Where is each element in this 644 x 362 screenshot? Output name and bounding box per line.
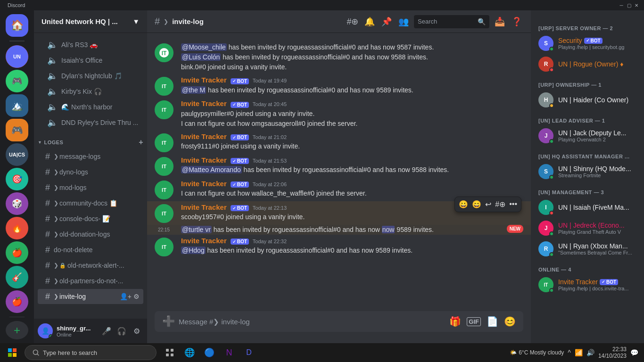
- message-timestamp: Today at 22:13: [253, 205, 287, 211]
- member-item-rogue[interactable]: R UN | Rogue (Owner) ♦: [535, 54, 640, 74]
- taskbar-app-discord[interactable]: D: [239, 344, 258, 361]
- server-icon-10[interactable]: 🎸: [6, 266, 28, 288]
- channel-item-message-logs[interactable]: # ❯ message-logs: [38, 149, 143, 164]
- channel-item-donation-logs[interactable]: # ❯ old-donation-logs: [38, 227, 143, 242]
- taskbar-search-bar[interactable]: Type here to search: [25, 345, 157, 360]
- server-icon-6[interactable]: 🎯: [6, 168, 28, 190]
- message-author[interactable]: Invite Tracker: [181, 132, 227, 140]
- notifications-icon[interactable]: 💬: [630, 349, 638, 356]
- message-author[interactable]: Invite Tracker: [181, 99, 227, 107]
- message-author[interactable]: Invite Tracker: [181, 203, 227, 211]
- notifications-button[interactable]: 🔔: [363, 15, 376, 28]
- add-server-button[interactable]: +: [6, 321, 28, 339]
- svg-line-7: [37, 354, 39, 356]
- emoji-button[interactable]: 😊: [504, 316, 516, 327]
- start-button[interactable]: [2, 344, 23, 361]
- server-icon-11[interactable]: 🍎: [6, 290, 28, 313]
- server-icon-2[interactable]: 🎮: [6, 70, 28, 92]
- server-icon-gaming[interactable]: 🎮: [6, 119, 28, 141]
- channel-item-isaiah[interactable]: 🔈 Isaiah's Office: [38, 53, 143, 68]
- systray-chevron[interactable]: ^: [568, 349, 571, 356]
- network-icon[interactable]: 📶: [575, 349, 583, 356]
- sticker-button[interactable]: 📄: [487, 316, 498, 327]
- message-author[interactable]: Invite Tracker: [181, 76, 227, 84]
- member-item-jack[interactable]: J UN | Jack (Deputy Le... Playing Overwa…: [535, 125, 640, 146]
- deafen-button[interactable]: 🎧: [115, 324, 128, 337]
- server-header[interactable]: United Network HQ | ... ▼: [34, 10, 147, 33]
- server-icon-1[interactable]: UN: [6, 45, 28, 68]
- mention[interactable]: @Moose_chile: [181, 43, 227, 51]
- threads-button[interactable]: #⊕: [346, 15, 359, 28]
- mention[interactable]: @Luis Colón: [181, 53, 221, 61]
- channel-item-network-alert[interactable]: # ❯ 🔒 old-network-alert-...: [38, 258, 143, 273]
- mention[interactable]: @turtle vr: [181, 226, 212, 233]
- react-more-button[interactable]: 😄: [471, 199, 482, 210]
- member-item-jedreck[interactable]: J UN | Jedreck (Econo... Playing Grand T…: [535, 218, 640, 239]
- server-icon-8[interactable]: 🔥: [6, 217, 28, 239]
- member-item-invite-tracker[interactable]: IT Invite Tracker BOT Playing /help | do…: [535, 274, 640, 295]
- server-icon-home[interactable]: 🏠: [6, 14, 28, 37]
- member-item-ryan[interactable]: R UN | Ryan (Xbox Man... "Sometimes Betr…: [535, 239, 640, 259]
- channel-item-dylan[interactable]: 🔈 Dylan's Nightclub 🎵: [38, 68, 143, 83]
- message-input[interactable]: [179, 318, 446, 326]
- message-author[interactable]: Invite Tracker: [181, 156, 227, 164]
- react-emoji-button[interactable]: 😀: [458, 199, 469, 210]
- close-button[interactable]: ✕: [633, 1, 640, 9]
- channel-category-loges[interactable]: ▼ LOGES +: [34, 131, 147, 148]
- message-author[interactable]: Invite Tracker: [181, 180, 227, 188]
- channel-item-mod-logs[interactable]: # ❯ mod-logs: [38, 180, 143, 195]
- volume-icon[interactable]: 🔊: [586, 349, 594, 356]
- create-thread-button[interactable]: #⊕: [494, 199, 506, 210]
- taskbar-app-edge[interactable]: 🌐: [180, 344, 199, 361]
- add-member-icon[interactable]: 👤+: [120, 293, 132, 300]
- channel-item-kirby[interactable]: 🔈 Kirby's Kix 🎧: [38, 84, 143, 99]
- member-item-security[interactable]: S Security BOT Playing /help | securityb…: [535, 33, 640, 54]
- server-icon-5[interactable]: UA|CS: [6, 143, 28, 166]
- taskbar-app-taskview[interactable]: [160, 344, 179, 361]
- add-channel-button[interactable]: +: [139, 138, 143, 147]
- inbox-button[interactable]: 📥: [493, 15, 506, 28]
- taskbar-app-onenote[interactable]: N: [220, 344, 239, 361]
- channel-item-nxrth[interactable]: 🔈 🌊 Nxrth's harbor: [38, 99, 143, 115]
- mute-button[interactable]: 🎤: [100, 324, 113, 337]
- mention[interactable]: @the M: [181, 86, 206, 94]
- member-item-shinny[interactable]: S UN | Shinny (HQ Mode... Streaming Fort…: [535, 161, 640, 182]
- channel-item-alis[interactable]: 🔈 Ali's RS3 🚗: [38, 37, 143, 52]
- search-bar[interactable]: Search 🔍: [414, 15, 489, 28]
- channel-item-community-docs[interactable]: # ❯ community-docs 📋: [38, 196, 143, 211]
- settings-icon[interactable]: ⚙: [133, 293, 140, 300]
- message-inline: 22:15 @turtle vr has been invited by rog…: [147, 225, 531, 235]
- mention[interactable]: @Hdog: [181, 247, 206, 254]
- minimize-button[interactable]: ─: [618, 1, 625, 9]
- help-button[interactable]: ❓: [510, 15, 523, 28]
- channel-item-do-not-delete[interactable]: # do-not-delete: [38, 242, 143, 257]
- voice-icon: 🔈: [47, 71, 58, 81]
- server-icon-united[interactable]: 🏔️: [6, 94, 28, 117]
- member-item-haider[interactable]: H UN | Haider (Co Owner): [535, 90, 640, 110]
- mention[interactable]: @Matteo Amorando: [181, 166, 242, 173]
- member-item-isaiah[interactable]: I UN | Isaiah (FiveM Ma...: [535, 197, 640, 218]
- svg-rect-3: [13, 348, 17, 352]
- channel-item-invite-log[interactable]: # ❯ invite-log 👤+ ⚙: [38, 289, 143, 304]
- gift-button[interactable]: 🎁: [449, 316, 461, 327]
- channel-item-console-docs[interactable]: # ❯ console-docs- 📝: [38, 211, 143, 226]
- gif-button[interactable]: GIF: [467, 317, 481, 326]
- taskbar-clock[interactable]: 22:33 14/10/2023: [598, 346, 627, 359]
- server-icon-7[interactable]: 🎲: [6, 192, 28, 215]
- user-settings-button[interactable]: ⚙: [130, 324, 143, 337]
- more-actions-button[interactable]: •••: [508, 199, 518, 209]
- message-author[interactable]: Invite Tracker: [181, 237, 227, 245]
- channel-item-dnd[interactable]: 🔈 DND Ryley's Drive Thru ...: [38, 115, 143, 130]
- add-attachment-button[interactable]: ➕: [162, 315, 175, 328]
- taskbar-app-chrome[interactable]: 🔵: [200, 344, 219, 361]
- members-button[interactable]: 👥: [397, 15, 410, 28]
- channel-item-dyno-logs[interactable]: # ❯ dyno-logs: [38, 165, 143, 180]
- member-status-text: Playing /help | docs.invite-tra...: [558, 286, 636, 291]
- maximize-button[interactable]: ▢: [625, 1, 633, 9]
- reply-button[interactable]: ↩: [484, 199, 492, 210]
- channel-item-partners[interactable]: # ❯ old-partners-do-not-...: [38, 273, 143, 288]
- pin-button[interactable]: 📌: [380, 15, 393, 28]
- server-icon-9[interactable]: 🍎: [6, 241, 28, 264]
- taskbar-weather[interactable]: 🌤️ 6°C Mostly cloudy: [510, 349, 564, 356]
- messages-area[interactable]: IT @Moose_chile has been invited by rogu…: [147, 33, 531, 311]
